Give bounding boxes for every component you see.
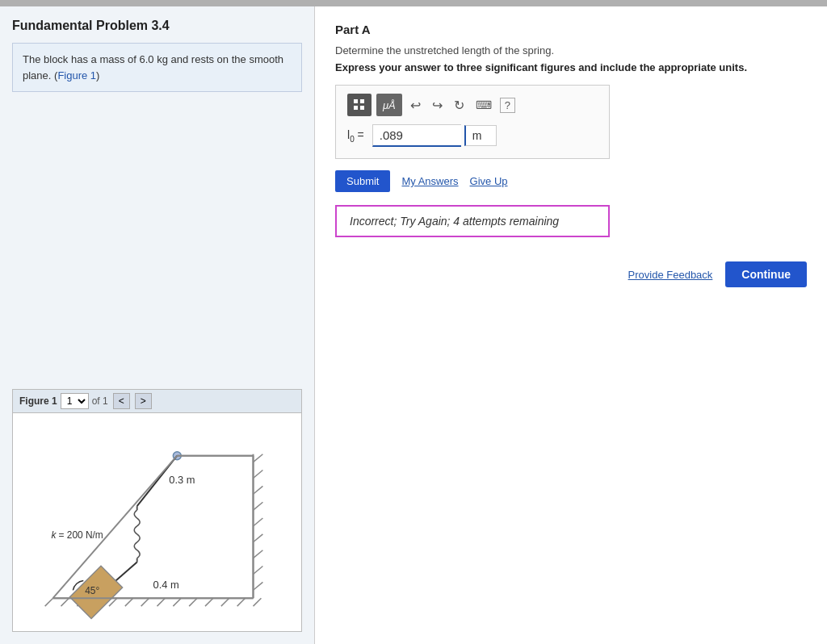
bottom-row: Provide Feedback Continue xyxy=(335,261,807,287)
answer-container: μÅ ↩ ↪ ↻ ⌨ ? l0 = m xyxy=(335,85,610,159)
main-container: Fundamental Problem 3.4 The block has a … xyxy=(0,6,827,644)
svg-text:45°: 45° xyxy=(85,585,99,596)
my-answers-button[interactable]: My Answers xyxy=(401,175,458,187)
answer-label: l0 = xyxy=(347,128,364,144)
provide-feedback-button[interactable]: Provide Feedback xyxy=(628,269,713,281)
give-up-button[interactable]: Give Up xyxy=(470,175,508,187)
figure-of: of 1 xyxy=(92,395,108,407)
figure-dropdown[interactable]: 1 xyxy=(61,393,89,409)
figure-link[interactable]: Figure 1 xyxy=(57,69,96,82)
error-message: Incorrect; Try Again; 4 attempts remaini… xyxy=(335,205,610,237)
svg-text:k: k xyxy=(52,529,57,541)
continue-button[interactable]: Continue xyxy=(725,261,807,287)
problem-title: Fundamental Problem 3.4 xyxy=(12,19,302,33)
answer-row: l0 = m xyxy=(347,124,598,147)
undo-button[interactable]: ↩ xyxy=(407,96,424,115)
figure-prev-button[interactable]: < xyxy=(113,393,130,409)
answer-input[interactable] xyxy=(372,124,461,147)
submit-button[interactable]: Submit xyxy=(335,170,390,192)
left-panel: Fundamental Problem 3.4 The block has a … xyxy=(0,6,315,644)
help-button[interactable]: ? xyxy=(500,98,515,113)
part-title: Part A xyxy=(335,23,807,36)
refresh-button[interactable]: ↻ xyxy=(451,96,468,115)
figure-svg: 0.3 m k = 200 N/m 0.4 m 45° xyxy=(13,413,301,631)
instruction-text: Express your answer to three significant… xyxy=(335,61,807,73)
keyboard-button[interactable]: ⌨ xyxy=(472,97,495,113)
figure-label: Figure 1 xyxy=(19,395,57,407)
svg-text:= 200 N/m: = 200 N/m xyxy=(59,529,103,541)
right-panel: Part A Determine the unstretched length … xyxy=(315,6,827,644)
figure-header: Figure 1 1 of 1 < > xyxy=(13,390,301,413)
figure-next-button[interactable]: > xyxy=(135,393,152,409)
figure-panel: Figure 1 1 of 1 < > xyxy=(12,389,302,632)
question-text: Determine the unstretched length of the … xyxy=(335,44,807,56)
grid-button[interactable] xyxy=(347,94,372,116)
math-toolbar: μÅ ↩ ↪ ↻ ⌨ ? xyxy=(347,94,598,116)
mu-button[interactable]: μÅ xyxy=(376,94,402,116)
top-bar xyxy=(0,0,827,6)
problem-description: The block has a mass of 6.0 kg and rests… xyxy=(12,43,302,92)
figure-content: 0.3 m k = 200 N/m 0.4 m 45° xyxy=(13,413,301,631)
svg-text:0.4 m: 0.4 m xyxy=(153,579,179,591)
redo-button[interactable]: ↪ xyxy=(429,96,446,115)
action-row: Submit My Answers Give Up xyxy=(335,170,807,192)
unit-box: m xyxy=(464,125,497,146)
svg-text:0.3 m: 0.3 m xyxy=(169,474,195,486)
